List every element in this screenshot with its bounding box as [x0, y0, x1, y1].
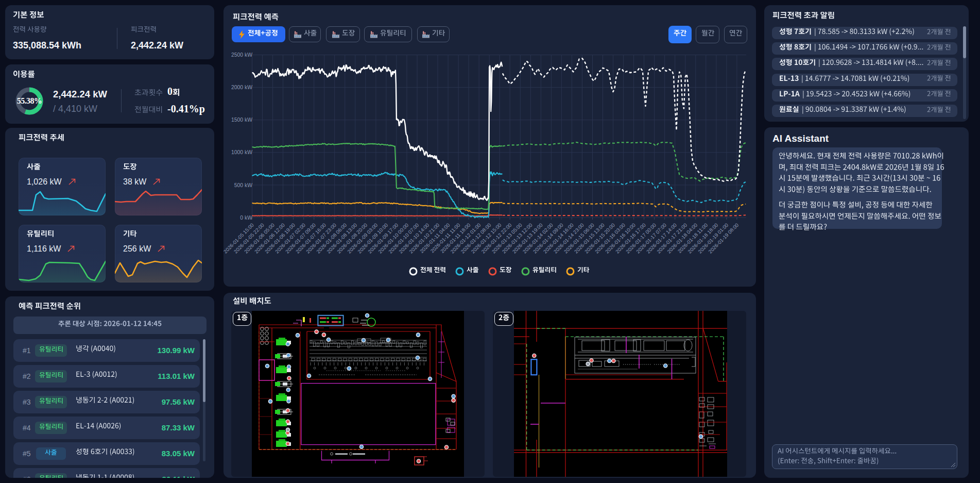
svg-text:1000 kW: 1000 kW: [231, 149, 252, 155]
svg-text:1500 kW: 1500 kW: [231, 117, 252, 123]
svg-text:0 kW: 0 kW: [240, 215, 252, 221]
svg-text:2500 kW: 2500 kW: [231, 52, 252, 58]
svg-text:500 kW: 500 kW: [234, 182, 252, 188]
svg-text:2000 kW: 2000 kW: [231, 85, 252, 90]
